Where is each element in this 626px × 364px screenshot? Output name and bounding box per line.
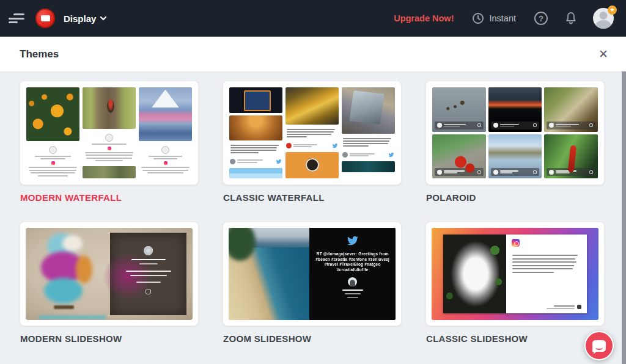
- preview-tweet-text: RT @domagojsever: Greetings from #beach …: [315, 252, 390, 272]
- preview-avatar: [144, 246, 153, 255]
- preview-avatar: [348, 277, 357, 286]
- chevron-down-icon: [100, 15, 106, 21]
- preview-photo-moss: [83, 166, 136, 178]
- notifications-bell-icon[interactable]: [565, 12, 577, 25]
- star-badge-icon: ★: [608, 5, 617, 15]
- preview-photo-ducks: [432, 87, 486, 132]
- preview-signature-icon: [577, 305, 581, 309]
- preview-photo-container: [342, 87, 395, 134]
- classic-waterfall-preview: [229, 87, 395, 178]
- instagram-icon: [108, 147, 111, 150]
- twitter-icon: [388, 152, 394, 158]
- preview-photo-dark-water: [342, 161, 395, 172]
- instant-label: Instant: [489, 13, 516, 23]
- instagram-icon: [512, 239, 520, 247]
- preview-bird-face: [62, 235, 83, 252]
- modern-slideshow-preview: [26, 228, 193, 320]
- instant-status-button[interactable]: Instant: [472, 12, 516, 24]
- preview-avatar: [161, 146, 169, 154]
- modern-waterfall-preview: [26, 87, 192, 178]
- instagram-icon: [164, 161, 168, 165]
- preview-photo-sky: [229, 168, 282, 178]
- twitter-icon: [346, 235, 359, 246]
- theme-cell-modern-waterfall: MODERN WATERFALL: [20, 81, 199, 203]
- zoom-slideshow-preview: RT @domagojsever: Greetings from #beach …: [229, 228, 396, 320]
- app-logo[interactable]: [35, 9, 55, 28]
- preview-photo-cafe: [229, 115, 282, 140]
- classic-slideshow-preview: [432, 228, 598, 320]
- preview-avatar: [49, 146, 57, 154]
- preview-bird-belly: [44, 278, 83, 304]
- twitter-icon: [332, 143, 338, 148]
- themes-grid: MODERN WATERFALL: [20, 81, 626, 344]
- theme-cell-zoom-slideshow: RT @domagojsever: Greetings from #beach …: [223, 222, 402, 344]
- page-title: Themes: [20, 48, 59, 60]
- preview-photo-sunset: [488, 87, 542, 132]
- preview-photo-beach: [229, 228, 309, 320]
- twitter-icon: [276, 159, 282, 164]
- vertical-scrollbar: [622, 71, 626, 364]
- preview-photo-fuji: [139, 87, 192, 141]
- theme-label-modern-waterfall[interactable]: MODERN WATERFALL: [20, 192, 199, 203]
- preview-photo-flowers: [26, 87, 79, 141]
- preview-photo-fern: [544, 87, 598, 132]
- display-menu-label: Display: [64, 13, 96, 24]
- theme-card-modern-slideshow[interactable]: [20, 222, 199, 326]
- preview-photo-red-flowers: [432, 134, 486, 179]
- instagram-outline-icon: [145, 289, 151, 294]
- hamburger-menu-icon[interactable]: [9, 13, 24, 23]
- theme-cell-classic-slideshow: CLASSIC SLIDESHOW: [425, 222, 605, 344]
- chat-fab-button[interactable]: [584, 331, 614, 360]
- theme-label-classic-waterfall[interactable]: CLASSIC WATERFALL: [223, 192, 402, 203]
- preview-caption-area: [506, 235, 587, 313]
- theme-label-polaroid[interactable]: POLAROID: [426, 192, 605, 203]
- theme-card-classic-waterfall[interactable]: [223, 81, 402, 185]
- preview-caption-panel: [110, 233, 187, 316]
- preview-branch: [54, 305, 74, 309]
- bell-icon: [565, 12, 577, 25]
- help-icon[interactable]: ?: [534, 12, 548, 25]
- close-icon[interactable]: ✕: [597, 47, 609, 61]
- instagram-icon: [51, 161, 55, 165]
- tweet-avatar: [342, 152, 348, 158]
- tweet-avatar: [230, 159, 235, 164]
- theme-card-modern-waterfall[interactable]: [20, 81, 199, 185]
- preview-instagram-card: [443, 235, 587, 313]
- themes-panel-header: Themes ✕: [0, 37, 626, 71]
- preview-tweet-panel: RT @domagojsever: Greetings from #beach …: [309, 228, 396, 320]
- chat-bubble-icon: [592, 340, 606, 352]
- preview-photo-red-plant: [544, 134, 598, 179]
- preview-photo-logo: [285, 152, 339, 178]
- tweet-avatar: [286, 143, 292, 148]
- preview-avatar: [105, 134, 113, 142]
- preview-photo-woodpecker: [83, 87, 136, 129]
- preview-bird-wing: [76, 255, 92, 283]
- top-bar: Display Upgrade Now! Instant ? ★: [0, 0, 626, 37]
- theme-cell-polaroid: POLAROID: [425, 81, 605, 203]
- upgrade-now-link[interactable]: Upgrade Now!: [394, 13, 454, 23]
- preview-caption-lines: [512, 255, 580, 273]
- user-avatar[interactable]: ★: [593, 8, 614, 29]
- preview-photo-golden-mountain: [285, 87, 339, 125]
- theme-card-classic-slideshow[interactable]: [425, 222, 605, 326]
- logo-screen-shape: [41, 15, 50, 21]
- scrollbar-thumb[interactable]: [622, 71, 626, 364]
- preview-photo-stage: [229, 87, 282, 113]
- preview-signature: [547, 304, 581, 309]
- theme-label-zoom-slideshow[interactable]: ZOOM SLIDESHOW: [223, 333, 402, 344]
- theme-card-polaroid[interactable]: [425, 81, 605, 185]
- polaroid-preview: [432, 87, 598, 178]
- clock-icon: [472, 12, 484, 24]
- preview-teal-streak: [39, 316, 106, 319]
- theme-card-zoom-slideshow[interactable]: RT @domagojsever: Greetings from #beach …: [223, 222, 402, 326]
- theme-label-modern-slideshow[interactable]: MODERN SLIDESHOW: [20, 333, 199, 344]
- themes-grid-area: MODERN WATERFALL: [0, 71, 626, 364]
- preview-photo-lake: [488, 134, 542, 179]
- theme-label-classic-slideshow[interactable]: CLASSIC SLIDESHOW: [426, 333, 605, 344]
- theme-cell-modern-slideshow: MODERN SLIDESHOW: [20, 222, 199, 344]
- help-glyph: ?: [539, 14, 543, 23]
- theme-cell-classic-waterfall: CLASSIC WATERFALL: [223, 81, 402, 203]
- display-menu-dropdown[interactable]: Display: [64, 13, 106, 24]
- preview-photo-lace-fungus: [443, 235, 506, 313]
